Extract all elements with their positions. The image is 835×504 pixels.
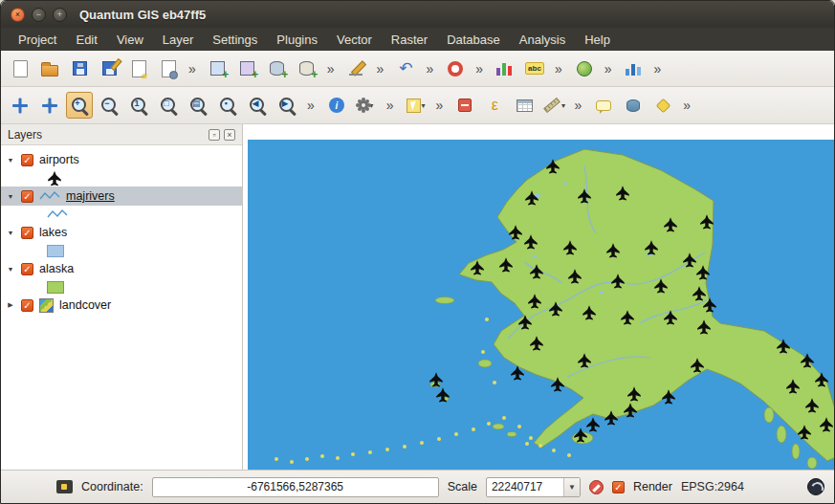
toolbar-extend-icon[interactable]: »: [307, 98, 315, 113]
diagram-overlay-button[interactable]: [621, 55, 648, 82]
toolbar-extend-icon[interactable]: »: [377, 61, 385, 77]
layer-checkbox[interactable]: ✓: [21, 227, 33, 239]
zoom-full-button[interactable]: □: [155, 92, 182, 119]
toolbar-extend-icon[interactable]: »: [555, 61, 562, 77]
zoom-last-button[interactable]: ◀: [244, 92, 271, 119]
new-bookmark-button[interactable]: [649, 92, 676, 119]
add-raster-layer-button[interactable]: [234, 55, 261, 82]
zoom-to-selection-button[interactable]: ▪: [214, 92, 241, 119]
help-contents-button[interactable]: [442, 55, 469, 82]
layer-symbol-row: [1, 206, 242, 223]
capture-line-button[interactable]: [343, 55, 370, 82]
stop-render-icon[interactable]: [589, 480, 604, 494]
pan-to-selection-button[interactable]: [36, 92, 63, 119]
deselect-features-button[interactable]: [451, 92, 478, 119]
close-panel-icon[interactable]: ×: [224, 129, 235, 141]
toolbar-extend-icon[interactable]: »: [436, 98, 444, 113]
render-label: Render: [633, 480, 672, 493]
toolbar-extend-icon[interactable]: »: [426, 61, 433, 77]
expander-icon[interactable]: ▶: [6, 301, 15, 309]
layer-row-lakes[interactable]: ▼✓lakes: [1, 223, 242, 242]
labeling-button[interactable]: abc: [521, 55, 548, 82]
add-spatialite-layer-button[interactable]: [294, 55, 320, 82]
menu-raster[interactable]: Raster: [382, 30, 437, 50]
expander-icon[interactable]: ▼: [6, 193, 15, 200]
open-project-button[interactable]: [36, 55, 63, 82]
menu-layer[interactable]: Layer: [153, 30, 204, 50]
zoom-to-layer-button[interactable]: ▤: [185, 92, 211, 119]
toolbar-extend-icon[interactable]: »: [683, 98, 691, 113]
menu-vector[interactable]: Vector: [327, 30, 382, 50]
menu-project[interactable]: Project: [9, 30, 66, 50]
select-features-button[interactable]: ▾: [403, 92, 429, 119]
show-bookmarks-button[interactable]: [620, 92, 647, 119]
menu-settings[interactable]: Settings: [203, 30, 267, 50]
settings-dropdown-icon[interactable]: ▾: [369, 101, 373, 110]
add-postgis-layer-button[interactable]: [264, 55, 291, 82]
window-minimize-button[interactable]: −: [32, 8, 46, 22]
menu-help[interactable]: Help: [575, 30, 620, 50]
layer-checkbox[interactable]: ✓: [21, 154, 33, 166]
toolbar-extend-icon[interactable]: »: [574, 98, 582, 113]
select-features-dropdown-icon[interactable]: ▾: [422, 101, 426, 110]
map-canvas[interactable]: [248, 140, 835, 470]
toolbar-extend-icon[interactable]: »: [188, 61, 196, 77]
zoom-last-icon: ◀: [248, 96, 268, 116]
zoom-native-button[interactable]: 1: [125, 92, 152, 119]
new-print-composer-button[interactable]: [125, 55, 152, 82]
layer-checkbox[interactable]: ✓: [21, 263, 33, 275]
map-tips-button[interactable]: [590, 92, 617, 119]
menu-plugins[interactable]: Plugins: [267, 30, 327, 50]
coordinate-input[interactable]: [152, 477, 439, 497]
measure-button[interactable]: ▾: [540, 92, 567, 119]
toolbar-extend-icon[interactable]: »: [654, 61, 662, 77]
attribute-table-button[interactable]: [511, 92, 538, 119]
render-checkbox[interactable]: ✓: [612, 481, 625, 493]
layer-label: majrivers: [66, 189, 115, 203]
globe-plugin-button[interactable]: [571, 55, 598, 82]
layer-row-airports[interactable]: ▼✓airports: [1, 150, 242, 169]
field-calculator-button[interactable]: ε: [481, 92, 508, 119]
expander-icon[interactable]: ▼: [6, 157, 15, 164]
expander-icon[interactable]: ▼: [6, 266, 15, 273]
settings-button[interactable]: ▾: [353, 92, 380, 119]
layer-checkbox[interactable]: ✓: [21, 190, 33, 203]
float-panel-icon[interactable]: ▫: [209, 129, 220, 141]
toolbar-extend-icon[interactable]: »: [386, 98, 394, 113]
mouse-position-icon[interactable]: [56, 480, 73, 493]
zoom-next-button[interactable]: ▶: [274, 92, 300, 119]
menu-database[interactable]: Database: [437, 30, 510, 50]
layer-row-alaska[interactable]: ▼✓alaska: [1, 259, 242, 278]
layer-symbol-row: [1, 278, 242, 296]
window-close-button[interactable]: ×: [11, 8, 25, 22]
save-project-as-button[interactable]: [96, 55, 122, 82]
new-bookmark-icon: [655, 98, 670, 113]
pan-map-button[interactable]: [7, 92, 33, 119]
toolbar-extend-icon[interactable]: »: [327, 61, 335, 77]
menu-analysis[interactable]: Analysis: [510, 30, 575, 50]
crs-status-icon[interactable]: [807, 478, 824, 495]
diagram-overlay-icon: [626, 62, 642, 76]
menu-view[interactable]: View: [107, 30, 153, 50]
identify-button[interactable]: i: [323, 92, 350, 119]
layer-checkbox[interactable]: ✓: [21, 299, 33, 312]
expander-icon[interactable]: ▼: [6, 230, 15, 236]
layer-row-majrivers[interactable]: ▼✓majrivers: [1, 186, 242, 206]
new-project-button[interactable]: [7, 55, 33, 82]
histogram-button[interactable]: [492, 55, 518, 82]
zoom-out-button[interactable]: −: [96, 92, 122, 119]
layer-row-landcover[interactable]: ▶✓landcover: [1, 296, 242, 315]
toolbar-extend-icon[interactable]: »: [475, 61, 483, 77]
add-vector-layer-button[interactable]: [205, 55, 231, 82]
composer-manager-button[interactable]: [155, 55, 182, 82]
zoom-in-button[interactable]: +: [66, 92, 93, 119]
scale-combobox[interactable]: 22240717 ▼: [486, 477, 581, 497]
toolbar-extend-icon[interactable]: »: [604, 61, 612, 77]
scale-dropdown-icon[interactable]: ▼: [563, 478, 580, 496]
measure-dropdown-icon[interactable]: ▾: [561, 101, 565, 110]
undo-icon: ↶: [399, 58, 412, 78]
save-project-button[interactable]: [66, 55, 93, 82]
undo-button[interactable]: ↶: [392, 55, 419, 82]
window-maximize-button[interactable]: +: [53, 8, 67, 22]
menu-edit[interactable]: Edit: [66, 30, 106, 50]
